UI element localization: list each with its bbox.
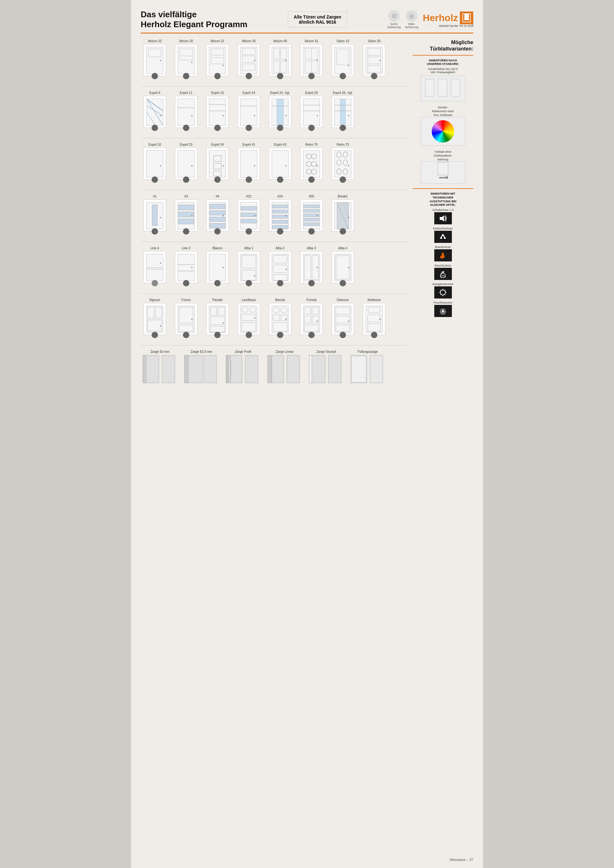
door-img-atrium20 <box>175 44 197 76</box>
svg-rect-223 <box>351 355 367 383</box>
svg-point-201 <box>348 321 349 322</box>
zarge-img-linear <box>267 355 302 383</box>
right-panel: Mögliche Türblattvarianten: INNENTÜREN N… <box>412 39 473 389</box>
roll-icon: ◎ <box>406 10 417 22</box>
svg-rect-79 <box>272 150 288 177</box>
svg-rect-9 <box>209 47 226 74</box>
svg-point-99 <box>160 217 161 218</box>
door-item-salon10: Salon 10 <box>329 39 357 81</box>
svg-point-80 <box>285 165 286 166</box>
svg-point-157 <box>317 267 318 268</box>
svg-point-206 <box>379 319 381 320</box>
spray-icon: ⊙ <box>388 10 400 22</box>
svg-rect-5 <box>178 47 194 74</box>
svg-point-176 <box>222 322 224 324</box>
svg-point-233 <box>440 276 446 278</box>
zarge-item-50mm: Zarge 50 mm <box>141 350 179 383</box>
tech-item-brandschutz: Brandschutz <box>412 245 473 262</box>
door-item-glamour: Glamour <box>329 298 357 339</box>
door-item-esprit33: Esprit 33 <box>172 143 200 184</box>
svg-point-62 <box>317 115 318 116</box>
door-item-esprit8: Esprit 8 <box>141 91 169 132</box>
svg-rect-98 <box>152 205 157 226</box>
svg-rect-52 <box>241 99 257 126</box>
svg-point-38 <box>379 60 381 61</box>
tech-item-garagentrenntuer: Garagentrenntür <box>412 282 473 299</box>
right-section-standard: INNENTÜREN NACH UNSEREM STANDARD: Sonder… <box>412 59 473 101</box>
divider-orange-2 <box>412 188 473 189</box>
door-item-line4: Line 4 <box>141 246 169 288</box>
door-item-hash55: #55 <box>297 195 326 236</box>
header: Das vielfältigeHerholz Elegant Programm … <box>141 9 473 34</box>
door-item-signum: Signum <box>141 298 169 339</box>
door-item-esprit24: Esprit 24 <box>235 91 263 132</box>
door-item-hash4: #4 <box>204 195 232 236</box>
svg-point-23 <box>285 60 286 61</box>
svg-rect-108 <box>210 217 225 222</box>
door-item-atrium40: Atrium 40 <box>266 39 294 81</box>
header-center-text: Alle Türen und Zargen ähnlich RAL 9016 <box>288 11 348 28</box>
svg-rect-77 <box>241 150 257 177</box>
svg-point-104 <box>191 215 193 216</box>
svg-rect-125 <box>304 209 319 212</box>
door-item-landhaus: Landhaus <box>235 298 263 339</box>
svg-point-231 <box>446 177 448 179</box>
svg-rect-171 <box>209 306 226 333</box>
svg-rect-114 <box>241 219 256 223</box>
garagentrenntuer-icon <box>434 286 452 299</box>
svg-point-182 <box>254 317 255 319</box>
door-item-break1: Break1 <box>329 195 357 236</box>
zarge-item-linear: Zarge Linear <box>266 350 304 383</box>
color-wheel-icon <box>432 120 454 143</box>
door-item-hash22: #22 <box>235 195 263 236</box>
right-color-wheel <box>421 117 465 146</box>
door-item-noblesse: Noblesse <box>360 298 388 339</box>
divider-6 <box>141 345 407 346</box>
svg-rect-135 <box>146 254 163 281</box>
svg-rect-103 <box>179 219 194 224</box>
door-item-atrium41: Atrium 41 <box>297 39 326 81</box>
svg-point-88 <box>317 165 318 166</box>
right-section-tech: INNENTÜREN MIT TECHNISCHER AUSSTATTUNG B… <box>412 192 473 317</box>
door-item-alba1: Alba 1 <box>235 246 263 288</box>
svg-rect-45 <box>178 99 194 126</box>
svg-rect-190 <box>303 306 320 333</box>
door-item-atrium30: Atrium 30 <box>235 39 263 81</box>
svg-rect-48 <box>209 99 226 126</box>
svg-point-44 <box>160 115 161 116</box>
svg-point-47 <box>191 115 193 116</box>
doors-grid-1: Atrium 10 <box>141 39 407 81</box>
divider-5 <box>141 293 407 294</box>
door-item-hash1: #1 <box>141 195 169 236</box>
divider-2 <box>141 138 407 138</box>
svg-rect-68 <box>146 150 163 177</box>
door-item-line2: Line 2 <box>172 246 200 288</box>
zarge-img-stumpf <box>309 355 344 383</box>
header-icons: ⊙ Spritz-lackierung ◎ Walz-lackierung He… <box>388 10 473 29</box>
svg-rect-177 <box>241 306 257 333</box>
door-item-retro70: Retro 70 <box>297 143 326 184</box>
zarge-img-profil <box>225 355 261 383</box>
svg-rect-212 <box>204 355 216 383</box>
door-item-esprit42: Esprit 42 <box>266 143 294 184</box>
svg-point-17 <box>254 60 255 61</box>
door-icon-atrium10 <box>152 73 158 79</box>
right-section-nolock: Türblatt ohne Schlüsselloch- bohrung <box>412 150 473 184</box>
svg-point-29 <box>317 60 318 61</box>
svg-point-67 <box>348 115 349 116</box>
herholz-logo: Herholz Herholz hat die Tür im Griff <box>423 11 473 28</box>
svg-point-189 <box>285 319 286 320</box>
svg-point-166 <box>160 326 161 327</box>
svg-rect-128 <box>304 223 319 226</box>
door-item-esprit26: Esprit 26 <box>297 91 326 132</box>
svg-point-196 <box>317 321 318 322</box>
svg-rect-222 <box>328 355 341 383</box>
door-item-barock: Barock <box>266 298 294 339</box>
divider-orange-1 <box>412 55 473 56</box>
svg-rect-118 <box>272 210 288 213</box>
roll-icon-block: ◎ Walz-lackierung <box>405 10 418 29</box>
zargen-row: Zarge 50 mm Zarge 62,5 mm <box>141 350 407 383</box>
svg-point-54 <box>254 115 255 116</box>
door-item-atrium10: Atrium 10 <box>141 39 169 81</box>
door-item-forum: Forum <box>172 298 200 339</box>
